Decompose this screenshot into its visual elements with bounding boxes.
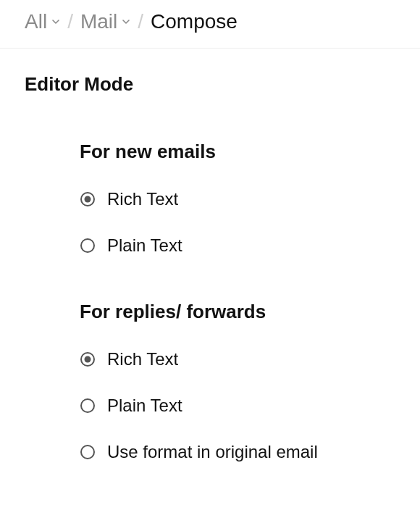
svg-point-5: [81, 399, 94, 412]
svg-point-6: [81, 446, 94, 459]
breadcrumb-label: Compose: [151, 12, 238, 32]
radio-label: Rich Text: [107, 349, 178, 369]
breadcrumb-item-compose: Compose: [151, 12, 238, 32]
radio-label: Rich Text: [107, 189, 178, 209]
group-replies-forwards: For replies/ forwards Rich Text Plain Te…: [0, 301, 420, 462]
radio-new-plain-text[interactable]: Plain Text: [80, 235, 395, 256]
radio-label: Use format in original email: [107, 442, 318, 462]
radio-unselected-icon: [80, 398, 96, 414]
svg-point-4: [85, 356, 91, 363]
breadcrumb-item-all[interactable]: All: [25, 12, 60, 32]
breadcrumb-separator: /: [64, 12, 76, 32]
radio-label: Plain Text: [107, 396, 182, 416]
svg-point-1: [85, 196, 91, 203]
chevron-down-icon: [51, 17, 60, 26]
group-title: For new emails: [80, 141, 395, 163]
breadcrumb-label: All: [25, 12, 47, 32]
radio-selected-icon: [80, 191, 96, 207]
radio-reply-plain-text[interactable]: Plain Text: [80, 396, 395, 416]
breadcrumb-item-mail[interactable]: Mail: [80, 12, 130, 32]
radio-selected-icon: [80, 351, 96, 367]
radio-reply-original-format[interactable]: Use format in original email: [80, 442, 395, 462]
section-title-editor-mode: Editor Mode: [0, 49, 420, 96]
radio-unselected-icon: [80, 238, 96, 254]
group-title: For replies/ forwards: [80, 301, 395, 323]
breadcrumb-separator: /: [135, 12, 146, 32]
breadcrumb-label: Mail: [80, 12, 117, 32]
breadcrumb: All / Mail / Compose: [0, 0, 420, 49]
svg-point-2: [81, 239, 94, 252]
group-new-emails: For new emails Rich Text Plain Text: [0, 141, 420, 256]
radio-reply-rich-text[interactable]: Rich Text: [80, 349, 395, 369]
chevron-down-icon: [122, 17, 130, 26]
radio-label: Plain Text: [107, 235, 182, 256]
radio-unselected-icon: [80, 444, 96, 460]
radio-new-rich-text[interactable]: Rich Text: [80, 189, 395, 209]
